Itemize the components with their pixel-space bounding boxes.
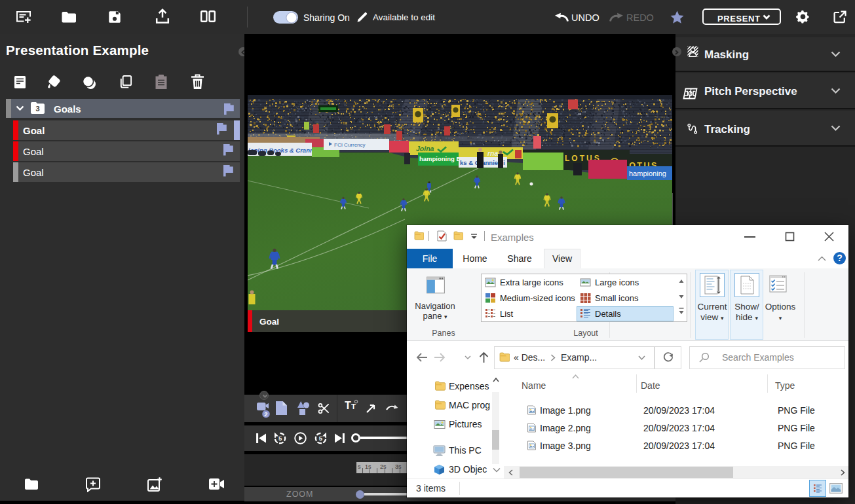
- svg-text:Joina: Joina: [416, 145, 434, 153]
- svg-text:3: 3: [35, 105, 39, 113]
- svg-text:T: T: [345, 400, 351, 411]
- svg-text:hampioning B: hampioning B: [419, 155, 461, 162]
- svg-text:FCI Currency: FCI Currency: [334, 142, 366, 148]
- svg-text:hampioning: hampioning: [629, 170, 666, 177]
- svg-text:rna: rna: [487, 149, 499, 157]
- svg-text:5: 5: [319, 435, 323, 442]
- svg-text:Goal: Goal: [259, 317, 279, 327]
- svg-text:2: 2: [264, 410, 267, 418]
- svg-text:T: T: [351, 403, 356, 410]
- svg-text:5: 5: [278, 435, 282, 442]
